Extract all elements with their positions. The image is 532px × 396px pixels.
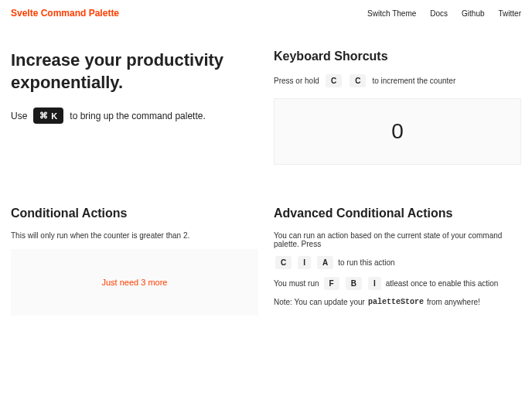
conditional-desc: This will only run when the counter is g… bbox=[11, 231, 258, 240]
kbd-f: F bbox=[324, 277, 339, 290]
conditional-status-box: Just need 3 more bbox=[11, 249, 258, 316]
adv-line1-pre: You can run an action based on the curre… bbox=[274, 231, 521, 248]
conditional-title: Conditional Actions bbox=[11, 207, 258, 220]
advanced-note: Note: You can update your paletteStore f… bbox=[274, 298, 521, 306]
press-hold-text: Press or hold bbox=[274, 77, 319, 85]
conditional-status: Just need 3 more bbox=[102, 278, 168, 287]
note-pre: Note: You can update your bbox=[274, 298, 365, 306]
kbd-k: K bbox=[51, 111, 57, 121]
hero-subtitle: Use ⌘ K to bring up the command palette. bbox=[11, 108, 258, 124]
nav-github[interactable]: Github bbox=[462, 9, 484, 18]
hero-section: Increase your productivity exponentially… bbox=[11, 50, 258, 165]
nav-twitter[interactable]: Twitter bbox=[499, 9, 521, 18]
nav-switch-theme[interactable]: Switch Theme bbox=[367, 9, 416, 18]
kbd-c: C bbox=[275, 256, 292, 269]
hero-title: Increase your productivity exponentially… bbox=[11, 50, 258, 94]
kbd-c2: C bbox=[350, 74, 366, 87]
note-post: from anywhere! bbox=[427, 298, 480, 306]
kbd-i: I bbox=[298, 256, 311, 269]
shortcuts-title: Keyboard Shorcuts bbox=[274, 50, 521, 63]
kbd-c1: C bbox=[326, 74, 342, 87]
kbd-b: B bbox=[346, 277, 362, 290]
shortcuts-section: Keyboard Shorcuts Press or hold C C to i… bbox=[274, 50, 521, 165]
advanced-section: Advanced Conditional Actions You can run… bbox=[274, 207, 521, 316]
adv-line1-post: to run this action bbox=[338, 258, 394, 267]
hero-sub-before: Use bbox=[11, 111, 27, 121]
nav-docs[interactable]: Docs bbox=[430, 9, 448, 18]
conditional-section: Conditional Actions This will only run w… bbox=[11, 207, 258, 316]
brand-title[interactable]: Svelte Command Palette bbox=[11, 8, 119, 19]
kbd-a: A bbox=[317, 256, 333, 269]
counter-box: 0 bbox=[274, 98, 521, 165]
counter-value: 0 bbox=[391, 119, 404, 144]
shortcuts-desc: Press or hold C C to increment the count… bbox=[274, 74, 521, 87]
kbd-i2: I bbox=[368, 277, 381, 290]
note-code: paletteStore bbox=[368, 298, 424, 306]
advanced-line1: You can run an action based on the curre… bbox=[274, 231, 521, 248]
header: Svelte Command Palette Switch Theme Docs… bbox=[0, 0, 532, 26]
advanced-line2: You must run F B I atleast once to enabl… bbox=[274, 277, 521, 290]
kbd-cmd-icon: ⌘ bbox=[39, 111, 48, 121]
kbd-shortcut: ⌘ K bbox=[33, 108, 63, 124]
adv-line2-post: atleast once to enable this action bbox=[386, 279, 499, 288]
advanced-line1-keys: C I A to run this action bbox=[274, 256, 521, 269]
advanced-title: Advanced Conditional Actions bbox=[274, 207, 521, 220]
hero-sub-after: to bring up the command palette. bbox=[70, 111, 205, 121]
increment-text: to increment the counter bbox=[372, 77, 455, 85]
nav: Switch Theme Docs Github Twitter bbox=[367, 9, 521, 18]
adv-line2-pre: You must run bbox=[274, 279, 319, 288]
